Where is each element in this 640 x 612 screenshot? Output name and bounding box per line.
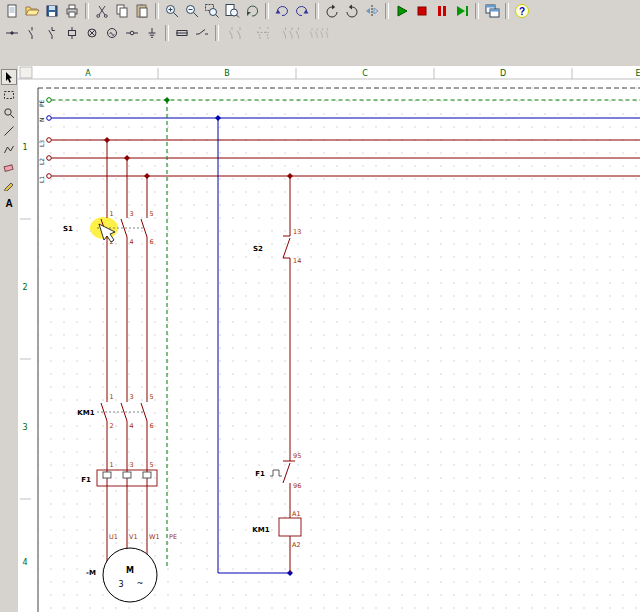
schematic-canvas[interactable]: A B C D E 1 2 3 4 bbox=[18, 66, 640, 612]
row-label-2: 2 bbox=[22, 283, 27, 292]
motor-terminal-u1: U1 bbox=[109, 533, 118, 541]
open-button[interactable] bbox=[22, 1, 42, 21]
symbol-switch-button[interactable] bbox=[192, 23, 212, 43]
print-button[interactable] bbox=[62, 1, 82, 21]
row-label-3: 3 bbox=[22, 423, 27, 432]
contact-set-1-button[interactable] bbox=[222, 23, 250, 43]
text-tool-button[interactable]: A bbox=[1, 195, 17, 211]
text-tool-glyph: A bbox=[5, 198, 12, 209]
km1-terminal-6: 6 bbox=[150, 422, 154, 430]
toolbar-separator bbox=[315, 3, 319, 19]
motor-phase: 3 bbox=[118, 580, 123, 589]
zoom-out-icon bbox=[184, 3, 200, 19]
zoom-window-icon bbox=[204, 3, 220, 19]
scissors-icon bbox=[94, 3, 110, 19]
redo-button[interactable] bbox=[292, 1, 312, 21]
rotate-right-button[interactable] bbox=[342, 1, 362, 21]
help-button[interactable]: ? bbox=[512, 1, 532, 21]
toolbar-separator bbox=[165, 25, 169, 41]
zoom-tool-button[interactable] bbox=[1, 105, 17, 121]
eraser-tool-button[interactable] bbox=[1, 159, 17, 175]
wire-symbol-icon bbox=[5, 26, 19, 40]
contact-set-1-icon bbox=[225, 26, 247, 40]
row-label-4: 4 bbox=[22, 558, 27, 567]
symbol-fuse-button[interactable] bbox=[172, 23, 192, 43]
s2-terminal-14: 14 bbox=[293, 257, 301, 265]
save-button[interactable] bbox=[42, 1, 62, 21]
symbol-coil-button[interactable] bbox=[62, 23, 82, 43]
km1-terminal-a2: A2 bbox=[292, 541, 301, 549]
toolbar-separator bbox=[215, 25, 219, 41]
redraw-button[interactable] bbox=[242, 1, 262, 21]
run-button[interactable] bbox=[392, 1, 412, 21]
toolbar-separator bbox=[265, 3, 269, 19]
step-forward-icon bbox=[454, 3, 470, 19]
copy-icon bbox=[114, 3, 130, 19]
toolbar-separator bbox=[505, 3, 509, 19]
symbol-wire-button[interactable] bbox=[2, 23, 22, 43]
line-tool-button[interactable] bbox=[1, 123, 17, 139]
motor-terminal-w1: W1 bbox=[149, 533, 160, 541]
column-label-c: C bbox=[362, 69, 368, 78]
symbol-motor-button[interactable] bbox=[102, 23, 122, 43]
pointer-icon bbox=[3, 71, 15, 83]
redo-arrow-icon bbox=[294, 3, 310, 19]
km1-coil-label: KM1 bbox=[252, 526, 269, 534]
schematic-drawing[interactable]: A B C D E 1 2 3 4 bbox=[18, 66, 640, 612]
km1-coil-box[interactable] bbox=[279, 518, 301, 536]
fuse-symbol-icon bbox=[175, 26, 189, 40]
paste-button[interactable] bbox=[132, 1, 152, 21]
pencil-tool-button[interactable] bbox=[1, 177, 17, 193]
contact-set-2-button[interactable] bbox=[250, 23, 278, 43]
contact-set-4-button[interactable] bbox=[306, 23, 334, 43]
symbol-contact-nc-button[interactable] bbox=[42, 23, 62, 43]
pause-button[interactable] bbox=[432, 1, 452, 21]
f1-contact-label: F1 bbox=[255, 470, 265, 478]
zoom-out-button[interactable] bbox=[182, 1, 202, 21]
contact-no-symbol-icon bbox=[25, 26, 39, 40]
toolbar-separator bbox=[475, 3, 479, 19]
bus-label-l1: L1 bbox=[38, 176, 45, 183]
line-icon bbox=[3, 125, 15, 137]
symbol-lamp-button[interactable] bbox=[82, 23, 102, 43]
pointer-tool-button[interactable] bbox=[1, 69, 17, 85]
zoom-page-button[interactable] bbox=[222, 1, 242, 21]
text-tool-icon: A bbox=[3, 197, 15, 209]
polyline-tool-button[interactable] bbox=[1, 141, 17, 157]
step-button[interactable] bbox=[452, 1, 472, 21]
motor-circle[interactable] bbox=[103, 548, 157, 602]
mirror-button[interactable] bbox=[362, 1, 382, 21]
symbol-contact-no-button[interactable] bbox=[22, 23, 42, 43]
bus-l1-endpoint bbox=[47, 174, 52, 179]
area-select-icon bbox=[3, 89, 15, 101]
km1-terminal-1: 1 bbox=[110, 393, 114, 401]
s1-terminal-3: 3 bbox=[130, 210, 134, 218]
rotate-right-icon bbox=[344, 3, 360, 19]
zoom-page-icon bbox=[224, 3, 240, 19]
lamp-symbol-icon bbox=[85, 26, 99, 40]
symbol-ground-button[interactable] bbox=[142, 23, 162, 43]
bus-label-l3: L3 bbox=[38, 140, 45, 147]
eraser-icon bbox=[3, 161, 15, 173]
area-select-tool-button[interactable] bbox=[1, 87, 17, 103]
new-button[interactable] bbox=[2, 1, 22, 21]
help-glyph: ? bbox=[519, 6, 525, 17]
zoom-window-button[interactable] bbox=[202, 1, 222, 21]
bus-l3-endpoint bbox=[47, 138, 52, 143]
km1-contacts-label: KM1 bbox=[77, 409, 94, 417]
f1-overload-label: F1 bbox=[81, 476, 91, 484]
copy-button[interactable] bbox=[112, 1, 132, 21]
rotate-left-button[interactable] bbox=[322, 1, 342, 21]
zoom-in-button[interactable] bbox=[162, 1, 182, 21]
toolbar-separator bbox=[385, 3, 389, 19]
undo-button[interactable] bbox=[272, 1, 292, 21]
windows-button[interactable] bbox=[482, 1, 502, 21]
printer-icon bbox=[64, 3, 80, 19]
contact-set-3-button[interactable] bbox=[278, 23, 306, 43]
symbol-terminal-button[interactable] bbox=[122, 23, 142, 43]
stop-button[interactable] bbox=[412, 1, 432, 21]
motor-terminal-pe: PE bbox=[169, 533, 177, 541]
f1-terminal-95: 95 bbox=[293, 452, 301, 460]
cut-button[interactable] bbox=[92, 1, 112, 21]
km1-terminal-2: 2 bbox=[110, 422, 114, 430]
